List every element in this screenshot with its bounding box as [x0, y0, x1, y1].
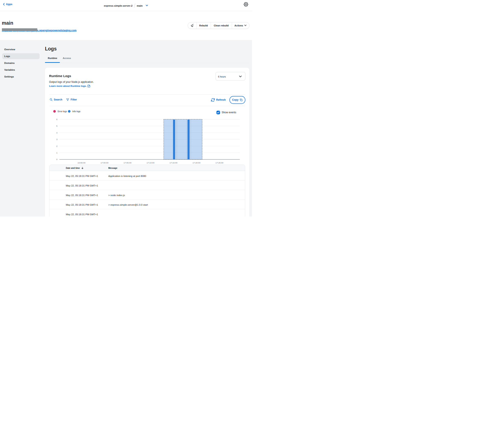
svg-text:6: 6 [56, 118, 57, 121]
svg-text:17:00:00: 17:00:00 [100, 162, 108, 164]
svg-text:17:05:00: 17:05:00 [124, 162, 131, 164]
svg-text:17:25:00: 17:25:00 [215, 162, 223, 164]
svg-text:16:55:00: 16:55:00 [78, 162, 85, 164]
svg-text:5: 5 [56, 125, 57, 127]
svg-text:4: 4 [56, 132, 57, 134]
svg-text:1: 1 [56, 151, 57, 154]
svg-text:17:10:00: 17:10:00 [146, 162, 154, 164]
svg-text:17:20:00: 17:20:00 [192, 162, 200, 164]
svg-text:3: 3 [56, 138, 57, 141]
svg-text:17:15:00: 17:15:00 [169, 162, 177, 164]
svg-text:0: 0 [56, 158, 57, 160]
svg-text:2: 2 [56, 145, 57, 147]
